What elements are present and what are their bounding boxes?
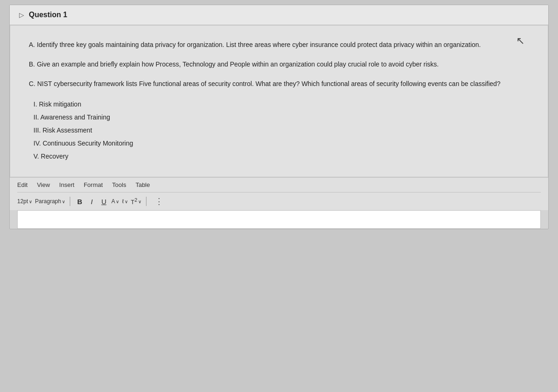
- part-a-text: A. Identify three key goals maintaining …: [29, 40, 529, 51]
- font-size-label: 12pt: [17, 198, 28, 205]
- part-a-content: Identify three key goals maintaining dat…: [37, 41, 481, 48]
- menu-view[interactable]: View: [37, 181, 50, 188]
- toolbar-divider-2: [146, 197, 146, 206]
- paragraph-style-label: Paragraph: [35, 198, 61, 205]
- underline-button[interactable]: U: [99, 197, 108, 206]
- question-header: ▷ Question 1: [10, 5, 548, 25]
- toolbar-divider: [70, 197, 70, 206]
- page-title: Question 1: [29, 11, 67, 19]
- highlight-label: ℓ: [122, 198, 124, 205]
- font-size-select[interactable]: 12pt ∨: [17, 198, 32, 205]
- paragraph-style-select[interactable]: Paragraph ∨: [35, 198, 65, 205]
- answer-input-area[interactable]: [17, 210, 541, 229]
- superscript-select[interactable]: T2 ∨: [131, 197, 141, 206]
- part-b-text: B. Give an example and briefly explain h…: [29, 59, 529, 70]
- paragraph-style-chevron: ∨: [62, 199, 65, 204]
- list-item: II. Awareness and Training: [33, 111, 529, 124]
- superscript-chevron: ∨: [138, 199, 141, 204]
- highlight-select[interactable]: ℓ ∨: [122, 198, 128, 205]
- list-items: I. Risk mitigation II. Awareness and Tra…: [29, 98, 529, 163]
- more-options-button[interactable]: ⋮: [155, 196, 163, 206]
- main-container: ▷ Question 1 ↖ A. Identify three key goa…: [9, 5, 549, 229]
- formatting-bar: 12pt ∨ Paragraph ∨ B I U A ∨: [17, 192, 541, 206]
- toolbar-area: Edit View Insert Format Tools Table 12pt…: [10, 177, 548, 210]
- menu-bar: Edit View Insert Format Tools Table: [17, 181, 541, 188]
- part-b-content: Give an example and briefly explain how …: [37, 60, 438, 68]
- arrow-icon: ▷: [19, 11, 24, 19]
- font-color-label: A: [111, 198, 115, 205]
- menu-table[interactable]: Table: [135, 181, 150, 188]
- question-part-a: A. Identify three key goals maintaining …: [29, 40, 529, 51]
- question-part-b: B. Give an example and briefly explain h…: [29, 59, 529, 70]
- list-item: V. Recovery: [33, 150, 529, 163]
- question-part-c: C. NIST cybersecurity framework lists Fi…: [29, 79, 529, 90]
- list-item: IV. Continuous Security Monitoring: [33, 137, 529, 150]
- part-c-content: NIST cybersecurity framework lists Five …: [37, 80, 501, 87]
- content-area: ↖ A. Identify three key goals maintainin…: [10, 25, 548, 177]
- font-size-chevron: ∨: [29, 199, 32, 204]
- font-color-chevron: ∨: [116, 199, 119, 204]
- menu-edit[interactable]: Edit: [17, 181, 27, 188]
- list-item: III. Risk Assessment: [33, 124, 529, 137]
- highlight-chevron: ∨: [125, 199, 128, 204]
- menu-format[interactable]: Format: [84, 181, 103, 188]
- font-color-select[interactable]: A ∨: [111, 198, 119, 205]
- list-item: I. Risk mitigation: [33, 98, 529, 111]
- cursor-icon: ↖: [516, 35, 525, 47]
- bold-button[interactable]: B: [75, 197, 84, 206]
- part-c-text: C. NIST cybersecurity framework lists Fi…: [29, 79, 529, 90]
- italic-button[interactable]: I: [87, 197, 96, 206]
- menu-insert[interactable]: Insert: [59, 181, 74, 188]
- superscript-label: T2: [131, 197, 137, 206]
- menu-tools[interactable]: Tools: [112, 181, 126, 188]
